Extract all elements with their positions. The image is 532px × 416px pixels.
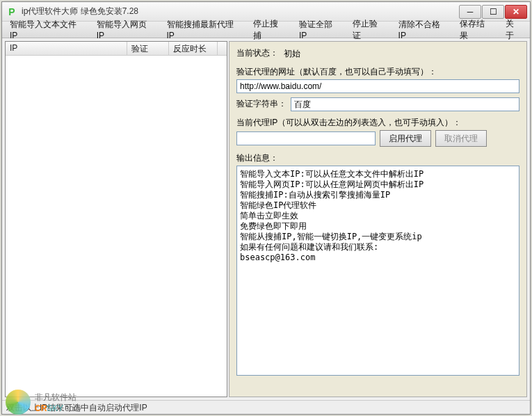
output-textarea[interactable]: 智能导入文本IP:可以从任意文本文件中解析出IP 智能导入网页IP:可以从任意网…: [236, 166, 519, 376]
statusbar: 双击以上IP结果可选中自动启动代理IP: [2, 400, 530, 414]
app-window: P ip代理软件大师 绿色免安装7.28 ─ ☐ ✕ 智能导入文本文件IP 智能…: [1, 1, 531, 415]
ip-listview[interactable]: IP 验证 反应时长: [5, 41, 227, 397]
menu-save[interactable]: 保存结果: [453, 22, 499, 38]
status-value: 初始: [284, 48, 300, 60]
window-title: ip代理软件大师 绿色免安装7.28: [22, 6, 458, 17]
verify-url-input[interactable]: [236, 79, 519, 93]
menu-import-text[interactable]: 智能导入文本文件IP: [3, 22, 90, 38]
window-controls: ─ ☐ ✕: [458, 5, 527, 19]
output-label: 输出信息：: [236, 152, 519, 164]
col-ip[interactable]: IP: [6, 42, 127, 55]
verify-string-input[interactable]: [291, 97, 519, 111]
proxy-input[interactable]: [236, 131, 376, 145]
cancel-proxy-button[interactable]: 取消代理: [435, 130, 487, 147]
menubar: 智能导入文本文件IP 智能导入网页IP 智能搜捕最新代理IP 停止搜捕 验证全部…: [2, 22, 530, 38]
menu-clear-bad[interactable]: 清除不合格IP: [392, 22, 454, 38]
menu-stop-verify[interactable]: 停止验证: [346, 22, 392, 38]
proxy-label: 当前代理IP（可以从双击左边的列表选入，也可手动填入）：: [236, 117, 519, 129]
maximize-button[interactable]: ☐: [482, 5, 504, 19]
col-verify[interactable]: 验证: [127, 42, 169, 55]
verify-url-label: 验证代理的网址（默认百度，也可以自己手动填写）：: [236, 66, 519, 78]
minimize-button[interactable]: ─: [459, 5, 481, 19]
menu-import-web[interactable]: 智能导入网页IP: [90, 22, 161, 38]
menu-search[interactable]: 智能搜捕最新代理IP: [161, 22, 248, 38]
status-label: 当前状态：: [236, 47, 278, 59]
right-panel: 当前状态： 初始 验证代理的网址（默认百度，也可以自己手动填写）： 验证字符串：…: [229, 41, 527, 397]
menu-stop-search[interactable]: 停止搜捕: [247, 22, 293, 38]
main-area: IP 验证 反应时长 当前状态： 初始 验证代理的网址（默认百度，也可以自己手动…: [2, 38, 530, 400]
verify-string-label: 验证字符串：: [236, 98, 287, 110]
close-button[interactable]: ✕: [505, 5, 527, 19]
col-latency[interactable]: 反应时长: [169, 42, 218, 55]
left-panel: IP 验证 反应时长: [5, 41, 227, 397]
menu-verify-all[interactable]: 验证全部IP: [293, 22, 346, 38]
app-icon: P: [6, 6, 17, 17]
enable-proxy-button[interactable]: 启用代理: [380, 130, 431, 147]
listview-header: IP 验证 反应时长: [6, 42, 227, 56]
menu-about[interactable]: 关于: [499, 22, 529, 38]
